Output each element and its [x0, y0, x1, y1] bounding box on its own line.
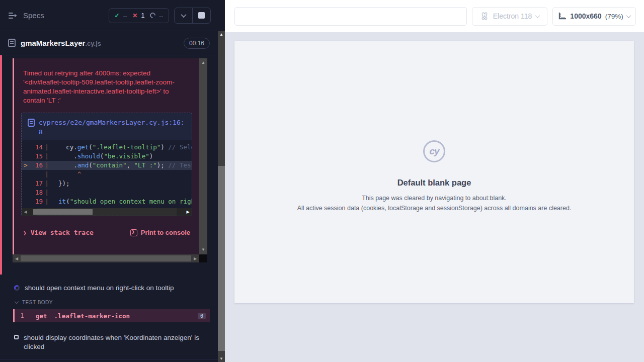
code-line: 18| — [22, 188, 192, 197]
code-frame: cypress/e2e/gmaMarkersLayer.cy.js:16:8 1… — [21, 113, 192, 216]
spec-name: gmaMarkersLayer.cy.js — [21, 39, 101, 47]
test-title: should display coordinates when 'Koordin… — [24, 333, 201, 351]
electron-browser-icon — [480, 12, 489, 21]
tests-list: should open context menu on right-click … — [0, 275, 218, 360]
runner-topbar: Electron 118 1000x660 (79%) — [225, 0, 644, 32]
chevron-down-icon — [181, 12, 186, 17]
specs-menu-icon[interactable] — [8, 12, 18, 19]
chevron-down-icon — [15, 300, 19, 304]
aut-blank-page: cy Default blank page This page was clea… — [234, 41, 634, 303]
print-to-console-button[interactable]: Print to console — [130, 229, 190, 236]
running-spinner-icon — [14, 285, 20, 291]
spec-row[interactable]: gmaMarkersLayer.cy.js 00:16 — [0, 31, 218, 55]
scroll-right-icon[interactable]: ▶ — [184, 210, 192, 214]
preferences-dropdown-button[interactable] — [175, 8, 192, 23]
aut-stage: cy Default blank page This page was clea… — [225, 32, 644, 362]
blank-page-line2: All active session data (cookies, localS… — [234, 204, 634, 213]
code-lines: 14| cy.get(".leaflet-tooltip") // Sele15… — [22, 140, 192, 208]
pending-icon — [149, 12, 157, 20]
browser-name: Electron 118 — [493, 12, 532, 20]
elements-count-badge: 0 — [198, 313, 206, 319]
reporter-content: Specs ✓ -- ✕ 1 -- — [0, 0, 218, 362]
scrollbar-thumb[interactable] — [33, 209, 93, 215]
scroll-up-icon[interactable]: ▲ — [218, 32, 225, 37]
error-region-hscrollbar[interactable]: ◀ ▶ — [13, 254, 199, 262]
code-frame-hscrollbar[interactable]: ◀ ▶ — [22, 208, 192, 216]
scrollbar-corner — [199, 254, 207, 262]
scroll-down-icon[interactable]: ▼ — [218, 356, 225, 361]
code-frame-file-link[interactable]: cypress/e2e/gmaMarkersLayer.cy.js:16:8 — [39, 118, 186, 137]
scrollbar-thumb[interactable] — [21, 255, 191, 261]
pending-count: -- — [159, 13, 163, 19]
divider — [0, 359, 218, 360]
code-frame-header[interactable]: cypress/e2e/gmaMarkersLayer.cy.js:16:8 — [22, 113, 192, 140]
spec-extension: .cy.js — [85, 40, 101, 47]
test-row-pending[interactable]: should display coordinates when 'Koordin… — [0, 331, 218, 353]
file-icon — [28, 119, 35, 137]
test-body-label: TEST BODY — [22, 300, 53, 305]
runner-main: Electron 118 1000x660 (79%) cy Default b… — [225, 0, 644, 362]
ruler-icon — [558, 12, 567, 20]
chevron-down-icon — [626, 13, 631, 18]
code-line: 15| .should("be.visible") — [22, 152, 192, 161]
error-panel: Timed out retrying after 4000ms: expecte… — [13, 58, 199, 254]
scroll-left-icon[interactable]: ◀ — [22, 210, 29, 214]
error-message: Timed out retrying after 4000ms: expecte… — [14, 58, 199, 105]
code-line: 17| }); — [22, 179, 192, 188]
console-icon — [130, 229, 137, 236]
command-number: 1 — [15, 312, 30, 319]
test-row-running[interactable]: should open context menu on right-click … — [0, 282, 218, 295]
test-title: should open context menu on right-click … — [25, 284, 174, 293]
scroll-left-icon[interactable]: ◀ — [13, 256, 21, 261]
scroll-right-icon[interactable]: ▶ — [191, 256, 199, 261]
code-line: | ^ — [22, 170, 192, 179]
code-line: >16| .and("contain", "LT :"); // Test — [22, 161, 192, 170]
scroll-up-icon[interactable]: ▲ — [199, 59, 207, 66]
failed-icon: ✕ — [132, 12, 137, 19]
passed-icon: ✓ — [115, 12, 120, 19]
reporter-scrollbar[interactable]: ▲ ▼ — [218, 31, 225, 362]
run-controls — [174, 8, 211, 24]
code-line: 14| cy.get(".leaflet-tooltip") // Sele — [22, 143, 192, 152]
browser-select[interactable]: Electron 118 — [472, 7, 547, 26]
blank-page-title: Default blank page — [234, 178, 634, 188]
viewport-zoom: (79%) — [605, 13, 623, 20]
stop-icon — [198, 12, 205, 19]
attempt-fail-indicator — [0, 55, 2, 275]
stop-tests-button[interactable] — [193, 8, 210, 23]
command-log-row[interactable]: 1 get .leaflet-marker-icon 0 — [13, 309, 210, 322]
error-panel-vscrollbar[interactable]: ▲ ▼ — [199, 58, 207, 254]
reporter-header: Specs ✓ -- ✕ 1 -- — [0, 0, 218, 31]
scroll-down-icon[interactable]: ▼ — [199, 246, 207, 253]
specs-label[interactable]: Specs — [23, 11, 44, 20]
passed-count: -- — [123, 13, 127, 19]
viewport-size: 1000x660 — [570, 12, 601, 20]
pending-test-icon — [14, 335, 19, 339]
reporter-sidebar: Specs ✓ -- ✕ 1 -- — [0, 0, 225, 362]
failed-attempt-region: Timed out retrying after 4000ms: expecte… — [0, 55, 218, 275]
test-body-toggle[interactable]: TEST BODY — [0, 295, 218, 309]
view-stack-trace-link[interactable]: ❯View stack trace — [23, 229, 94, 236]
spec-file-icon — [8, 39, 16, 47]
scrollbar-thumb[interactable] — [218, 166, 225, 351]
command-method: get — [36, 312, 47, 320]
chevron-right-icon: ❯ — [23, 230, 27, 236]
chevron-down-icon — [535, 13, 540, 18]
command-selector: .leaflet-marker-icon — [54, 312, 198, 320]
url-input[interactable] — [234, 7, 467, 26]
code-line: 19| it("should open context menu on righ — [22, 197, 192, 206]
cypress-logo: cy — [423, 140, 445, 162]
failed-count: 1 — [141, 12, 144, 19]
blank-page-line1: This page was cleared by navigating to a… — [234, 194, 634, 203]
spec-timer: 00:16 — [184, 38, 210, 49]
viewport-info-button[interactable]: 1000x660 (79%) — [552, 7, 636, 26]
test-stats: ✓ -- ✕ 1 -- — [109, 8, 169, 23]
